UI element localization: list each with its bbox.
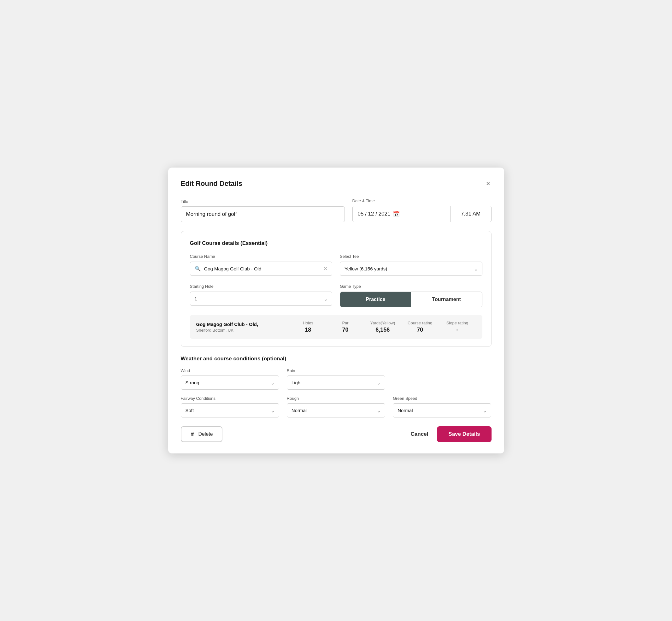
green-speed-field: Green Speed Slow Normal Fast ⌄	[393, 396, 491, 417]
starting-hole-field: Starting Hole 12345 678910 ⌄	[190, 283, 333, 307]
par-stat: Par 70	[327, 321, 364, 333]
rain-dropdown[interactable]: None Light Moderate Heavy	[287, 375, 385, 390]
title-input[interactable]	[181, 206, 345, 222]
close-button[interactable]: ×	[485, 179, 492, 189]
datetime-group: 05 / 12 / 2021 📅 7:31 AM	[352, 206, 492, 222]
holes-value: 18	[289, 327, 327, 333]
footer-row: 🗑 Delete Cancel Save Details	[181, 426, 492, 442]
course-location: Shelford Bottom, UK	[196, 328, 290, 333]
game-type-label: Game Type	[340, 284, 361, 289]
fairway-field: Fairway Conditions Soft Normal Hard ⌄	[181, 396, 279, 417]
golf-course-section-title: Golf Course details (Essential)	[190, 240, 482, 246]
time-value: 7:31 AM	[461, 211, 480, 217]
cancel-button[interactable]: Cancel	[411, 431, 428, 437]
par-label: Par	[327, 321, 364, 325]
wind-label: Wind	[181, 368, 279, 373]
yards-label: Yards(Yellow)	[364, 321, 401, 325]
course-name-search-wrap: 🔍 ✕	[190, 261, 333, 276]
hole-gametype-row: Starting Hole 12345 678910 ⌄ Game Type P…	[190, 283, 482, 307]
rough-label: Rough	[287, 396, 385, 401]
rough-field: Rough Soft Normal Hard ⌄	[287, 396, 385, 417]
footer-right: Cancel Save Details	[411, 426, 492, 442]
wind-rain-row: Wind None Light Moderate Strong ⌄ Rain N…	[181, 368, 492, 390]
game-type-toggle: Practice Tournament	[340, 292, 482, 307]
select-tee-label: Select Tee	[340, 254, 359, 259]
course-rating-value: 70	[401, 327, 438, 333]
rain-field: Rain None Light Moderate Heavy ⌄	[287, 368, 385, 390]
modal-header: Edit Round Details ×	[181, 179, 492, 189]
fairway-label: Fairway Conditions	[181, 396, 279, 401]
modal-title: Edit Round Details	[181, 179, 243, 188]
par-value: 70	[327, 327, 364, 333]
conditions-section: Weather and course conditions (optional)…	[181, 356, 492, 417]
course-name-display: Gog Magog Golf Club - Old,	[196, 322, 290, 327]
rain-label: Rain	[287, 368, 385, 373]
green-speed-label: Green Speed	[393, 396, 491, 401]
slope-rating-label: Slope rating	[438, 321, 476, 325]
fairway-dropdown[interactable]: Soft Normal Hard	[181, 403, 279, 417]
rough-dropdown[interactable]: Soft Normal Hard	[287, 403, 385, 417]
save-button[interactable]: Save Details	[437, 426, 491, 442]
practice-button[interactable]: Practice	[340, 292, 411, 307]
course-name-field: Course Name 🔍 ✕	[190, 253, 333, 276]
select-tee-field: Select Tee Yellow (6,156 yards) White Re…	[340, 253, 482, 276]
holes-label: Holes	[289, 321, 327, 325]
date-box[interactable]: 05 / 12 / 2021 📅	[352, 206, 451, 222]
datetime-field-group: Date & Time 05 / 12 / 2021 📅 7:31 AM	[352, 199, 492, 222]
yards-stat: Yards(Yellow) 6,156	[364, 321, 401, 333]
time-box[interactable]: 7:31 AM	[451, 206, 492, 222]
date-value: 05 / 12 / 2021	[358, 211, 390, 217]
wind-dropdown[interactable]: None Light Moderate Strong	[181, 375, 279, 390]
title-label: Title	[181, 199, 345, 204]
yards-value: 6,156	[364, 327, 401, 333]
fairway-rough-green-row: Fairway Conditions Soft Normal Hard ⌄ Ro…	[181, 396, 492, 417]
select-tee-dropdown[interactable]: Yellow (6,156 yards) White Red	[340, 261, 482, 276]
datetime-label: Date & Time	[352, 199, 492, 203]
slope-rating-value: -	[438, 327, 476, 333]
holes-stat: Holes 18	[289, 321, 327, 333]
course-name-tee-row: Course Name 🔍 ✕ Select Tee Yellow (6,156…	[190, 253, 482, 276]
course-info-row: Gog Magog Golf Club - Old, Shelford Bott…	[190, 315, 482, 339]
clear-course-button[interactable]: ✕	[323, 266, 328, 272]
course-rating-label: Course rating	[401, 321, 438, 325]
golf-course-section: Golf Course details (Essential) Course N…	[181, 231, 492, 347]
delete-button[interactable]: 🗑 Delete	[181, 426, 222, 442]
calendar-icon: 📅	[393, 210, 400, 217]
top-row: Title Date & Time 05 / 12 / 2021 📅 7:31 …	[181, 199, 492, 222]
trash-icon: 🗑	[190, 431, 195, 437]
search-icon: 🔍	[195, 266, 201, 272]
course-name-input[interactable]	[204, 266, 321, 272]
course-info-name: Gog Magog Golf Club - Old, Shelford Bott…	[196, 322, 290, 333]
green-speed-dropdown[interactable]: Slow Normal Fast	[393, 403, 491, 417]
slope-rating-stat: Slope rating -	[438, 321, 476, 333]
course-rating-stat: Course rating 70	[401, 321, 438, 333]
edit-round-modal: Edit Round Details × Title Date & Time 0…	[168, 168, 504, 453]
starting-hole-dropdown[interactable]: 12345 678910	[190, 292, 333, 306]
starting-hole-label: Starting Hole	[190, 284, 214, 289]
conditions-section-title: Weather and course conditions (optional)	[181, 356, 492, 362]
wind-field: Wind None Light Moderate Strong ⌄	[181, 368, 279, 390]
tournament-button[interactable]: Tournament	[411, 292, 482, 307]
course-name-label: Course Name	[190, 254, 215, 259]
title-field-group: Title	[181, 199, 345, 222]
delete-label: Delete	[199, 431, 213, 437]
game-type-field: Game Type Practice Tournament	[340, 283, 482, 307]
